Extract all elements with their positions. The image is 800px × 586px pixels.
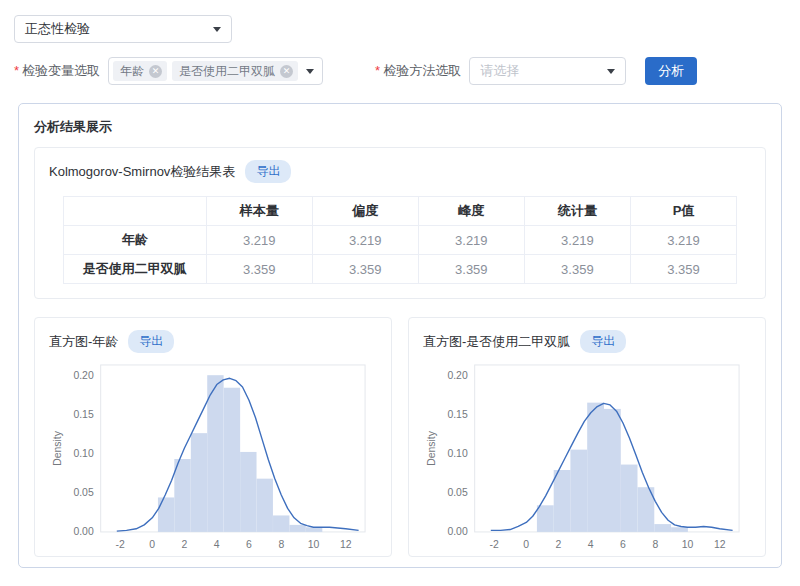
svg-text:4: 4 bbox=[214, 539, 220, 550]
variable-multiselect[interactable]: 年龄 ✕ 是否使用二甲双胍 ✕ bbox=[108, 57, 323, 85]
svg-text:2: 2 bbox=[182, 539, 188, 550]
svg-text:0.15: 0.15 bbox=[73, 409, 93, 420]
cell-value: 3.219 bbox=[206, 226, 312, 255]
tag-close-icon[interactable]: ✕ bbox=[280, 65, 293, 78]
ks-card-header: Kolmogorov-Smirnov检验结果表 导出 bbox=[49, 160, 751, 183]
col-header: 峰度 bbox=[418, 197, 524, 226]
svg-text:0.00: 0.00 bbox=[73, 526, 93, 537]
cell-value: 3.219 bbox=[630, 226, 736, 255]
svg-text:0.05: 0.05 bbox=[447, 487, 467, 498]
svg-text:8: 8 bbox=[652, 539, 658, 550]
variable-tag-label: 年龄 bbox=[120, 63, 144, 80]
cell-value: 3.359 bbox=[524, 255, 630, 284]
cell-value: 3.219 bbox=[524, 226, 630, 255]
svg-text:0.20: 0.20 bbox=[73, 370, 93, 381]
chevron-down-icon bbox=[306, 69, 314, 74]
row-label: 是否使用二甲双胍 bbox=[64, 255, 207, 284]
analyze-button[interactable]: 分析 bbox=[645, 57, 697, 85]
cell-value: 3.359 bbox=[630, 255, 736, 284]
svg-text:0.10: 0.10 bbox=[447, 448, 467, 459]
export-button[interactable]: 导出 bbox=[245, 160, 291, 183]
charts-row: 直方图-年龄 导出 0.000.050.100.150.20-202468101… bbox=[34, 317, 766, 557]
svg-text:8: 8 bbox=[278, 539, 284, 550]
ks-result-table: 样本量 偏度 峰度 统计量 P值 年龄 3.219 3.219 3.219 3.… bbox=[63, 196, 737, 284]
required-asterisk: * bbox=[375, 63, 380, 78]
variable-tag-label: 是否使用二甲双胍 bbox=[179, 63, 275, 80]
ks-result-card: Kolmogorov-Smirnov检验结果表 导出 样本量 偏度 峰度 统计量… bbox=[34, 147, 766, 299]
export-button[interactable]: 导出 bbox=[128, 330, 174, 353]
col-header: 偏度 bbox=[312, 197, 418, 226]
analysis-type-row: 正态性检验 bbox=[0, 0, 800, 43]
histogram-card-age: 直方图-年龄 导出 0.000.050.100.150.20-202468101… bbox=[34, 317, 392, 557]
cell-value: 3.359 bbox=[418, 255, 524, 284]
col-header: 统计量 bbox=[524, 197, 630, 226]
chevron-down-icon bbox=[213, 27, 221, 32]
analysis-type-value: 正态性检验 bbox=[25, 20, 90, 38]
svg-text:0.20: 0.20 bbox=[447, 370, 467, 381]
row-label: 年龄 bbox=[64, 226, 207, 255]
method-field-label: *检验方法选取 bbox=[375, 62, 461, 80]
analysis-type-select[interactable]: 正态性检验 bbox=[14, 15, 232, 43]
cell-value: 3.219 bbox=[312, 226, 418, 255]
form-row: *检验变量选取 年龄 ✕ 是否使用二甲双胍 ✕ *检验方法选取 请选择 分析 bbox=[0, 57, 800, 85]
histogram-card-header: 直方图-是否使用二甲双胍 导出 bbox=[423, 330, 751, 353]
table-row: 年龄 3.219 3.219 3.219 3.219 3.219 bbox=[64, 226, 737, 255]
svg-text:0: 0 bbox=[523, 539, 529, 550]
tag-close-icon[interactable]: ✕ bbox=[149, 65, 162, 78]
svg-text:2: 2 bbox=[556, 539, 562, 550]
variable-field-label: *检验变量选取 bbox=[14, 62, 100, 80]
ks-card-title: Kolmogorov-Smirnov检验结果表 bbox=[49, 163, 235, 181]
method-select-placeholder: 请选择 bbox=[480, 62, 519, 80]
table-header-row: 样本量 偏度 峰度 统计量 P值 bbox=[64, 197, 737, 226]
svg-text:-2: -2 bbox=[115, 539, 124, 550]
cell-value: 3.219 bbox=[418, 226, 524, 255]
page: 正态性检验 *检验变量选取 年龄 ✕ 是否使用二甲双胍 ✕ *检验方法选取 请选… bbox=[0, 0, 800, 586]
histogram-card-metformin: 直方图-是否使用二甲双胍 导出 0.000.050.100.150.20-202… bbox=[408, 317, 766, 557]
variable-tag: 年龄 ✕ bbox=[113, 61, 167, 81]
method-select[interactable]: 请选择 bbox=[469, 57, 626, 85]
results-panel: 分析结果展示 Kolmogorov-Smirnov检验结果表 导出 样本量 偏度… bbox=[18, 103, 782, 568]
svg-text:12: 12 bbox=[714, 539, 726, 550]
panel-title: 分析结果展示 bbox=[34, 118, 766, 136]
svg-text:Density: Density bbox=[426, 430, 437, 466]
col-header: 样本量 bbox=[206, 197, 312, 226]
svg-text:10: 10 bbox=[308, 539, 320, 550]
svg-text:0.15: 0.15 bbox=[447, 409, 467, 420]
variable-tag: 是否使用二甲双胍 ✕ bbox=[172, 61, 298, 81]
histogram-chart-metformin: 0.000.050.100.150.20-2024681012Density bbox=[423, 359, 751, 558]
svg-text:12: 12 bbox=[340, 539, 352, 550]
svg-text:4: 4 bbox=[588, 539, 594, 550]
svg-text:0.05: 0.05 bbox=[73, 487, 93, 498]
svg-text:0.00: 0.00 bbox=[447, 526, 467, 537]
svg-text:-2: -2 bbox=[489, 539, 498, 550]
table-row: 是否使用二甲双胍 3.359 3.359 3.359 3.359 3.359 bbox=[64, 255, 737, 284]
histogram-card-header: 直方图-年龄 导出 bbox=[49, 330, 377, 353]
cell-value: 3.359 bbox=[206, 255, 312, 284]
export-button[interactable]: 导出 bbox=[580, 330, 626, 353]
svg-text:10: 10 bbox=[682, 539, 694, 550]
svg-text:0: 0 bbox=[149, 539, 155, 550]
histogram-title: 直方图-是否使用二甲双胍 bbox=[423, 333, 570, 351]
histogram-chart-age: 0.000.050.100.150.20-2024681012Density bbox=[49, 359, 377, 558]
col-header: P值 bbox=[630, 197, 736, 226]
cell-value: 3.359 bbox=[312, 255, 418, 284]
selected-variable-tags: 年龄 ✕ 是否使用二甲双胍 ✕ bbox=[113, 61, 300, 81]
chevron-down-icon bbox=[607, 69, 615, 74]
svg-text:6: 6 bbox=[620, 539, 626, 550]
svg-text:6: 6 bbox=[246, 539, 252, 550]
svg-text:Density: Density bbox=[52, 430, 63, 466]
required-asterisk: * bbox=[14, 63, 19, 78]
svg-text:0.10: 0.10 bbox=[73, 448, 93, 459]
col-header bbox=[64, 197, 207, 226]
histogram-title: 直方图-年龄 bbox=[49, 333, 118, 351]
